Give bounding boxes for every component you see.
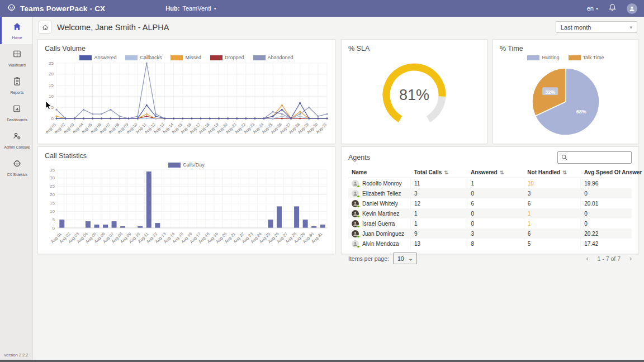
agent-name: Elizabeth Tellez — [362, 190, 401, 197]
call-statistics-legend: Calls/Day — [38, 162, 335, 168]
svg-text:15: 15 — [50, 201, 55, 206]
version-label: version 2.2.2 — [0, 353, 32, 358]
sort-icon: ⇅ — [500, 170, 504, 175]
agents-search-box[interactable] — [557, 151, 632, 164]
pagination-prev-button[interactable]: ‹ — [586, 255, 589, 263]
app-title: Teams PowerPack - CX — [20, 4, 105, 13]
agent-not-handled: 10 — [524, 178, 580, 189]
agent-total-calls: 3 — [411, 188, 467, 198]
app-brand: Teams PowerPack - CX — [7, 3, 105, 14]
agents-column-header: Name — [348, 167, 411, 178]
sidebar: Home Wallboard Reports Dashboards Admin … — [0, 17, 33, 362]
agent-avatar — [352, 240, 359, 247]
agent-avatar — [352, 210, 359, 217]
agent-not-handled: 1 — [524, 208, 580, 218]
agent-not-handled: 1 — [524, 218, 580, 228]
sla-card: % SLA 81% — [341, 39, 487, 144]
pagination-range: 1 - 7 of 7 — [598, 255, 621, 262]
home-icon — [12, 22, 22, 34]
legend-label: Dropped — [225, 55, 244, 60]
agent-answered: 0 — [467, 208, 524, 218]
hub-selector[interactable]: Hub: TeamVenti ▾ — [165, 5, 216, 12]
agents-column-header[interactable]: Answered⇅ — [467, 167, 524, 178]
table-row[interactable]: Kevin Martinez1010 — [348, 208, 632, 218]
agent-answered: 1 — [467, 178, 524, 189]
sla-gauge-chart: 81% — [364, 54, 465, 137]
presence-available-dot — [357, 205, 360, 208]
legend-swatch — [125, 55, 138, 60]
legend-item: Dropped — [210, 55, 244, 60]
table-row[interactable]: Daniel Whitely126620.01 — [348, 198, 632, 208]
column-label: Not Handled — [527, 169, 560, 175]
pagination-next-button[interactable]: › — [629, 255, 632, 263]
legend-swatch — [569, 55, 581, 60]
agent-not-handled: 3 — [524, 188, 580, 198]
notifications-bell-icon[interactable] — [608, 3, 617, 14]
presence-available-dot — [357, 235, 360, 239]
agent-avatar — [352, 180, 359, 187]
svg-text:20: 20 — [49, 72, 54, 77]
svg-text:5: 5 — [51, 105, 54, 110]
sort-icon: ⇅ — [562, 170, 567, 175]
agents-column-header[interactable]: Total Calls⇅ — [411, 167, 467, 178]
legend-item: Answered — [79, 55, 116, 60]
sidebar-item-label: Admin Console — [4, 145, 30, 149]
agents-card: Agents NameTotal Calls⇅Answered⇅Not Hand… — [341, 146, 639, 254]
home-breadcrumb-button[interactable] — [39, 21, 51, 34]
agent-avatar — [352, 200, 359, 207]
agent-name: Juan Dominguez — [362, 231, 404, 237]
main-content: Welcome, Jane Smith - ALPHA Last month ▾… — [34, 17, 644, 362]
legend-swatch — [79, 55, 92, 60]
sidebar-item-wallboard[interactable]: Wallboard — [0, 44, 32, 72]
legend-label: Callbacks — [140, 55, 162, 60]
agents-column-header[interactable]: Not Handled⇅ — [524, 167, 580, 178]
legend-item: Calls/Day — [168, 162, 205, 168]
sla-title: % SLA — [342, 40, 487, 54]
sidebar-item-admin-console[interactable]: Admin Console — [0, 126, 32, 154]
call-statistics-card: Call Statistics Calls/Day 05101520253035… — [37, 146, 335, 254]
sidebar-item-home[interactable]: Home — [0, 17, 32, 44]
sidebar-item-cx-sidekick[interactable]: CX Sidekick — [0, 154, 32, 181]
call-statistics-bar-chart: 05101520253035Aug-01Aug-02Aug-03Aug-04Au… — [41, 168, 332, 253]
time-title: % Time — [493, 40, 638, 54]
table-row[interactable]: Alvin Mendoza138517.42 — [348, 239, 632, 249]
table-row[interactable]: Rodolfo Monroy1111019.96 — [348, 178, 632, 189]
table-row[interactable]: Juan Dominguez93620.22 — [348, 228, 632, 239]
language-value: en — [587, 5, 594, 12]
language-selector[interactable]: en ▾ — [587, 5, 598, 12]
agent-avg-speed: 0 — [581, 218, 632, 228]
agent-total-calls: 12 — [411, 198, 467, 208]
calls-volume-title: Calls Volume — [38, 40, 335, 54]
chevron-down-icon: ⌄ — [409, 256, 413, 261]
legend-label: Answered — [94, 55, 116, 60]
table-row[interactable]: Israel Guerra1010 — [348, 218, 632, 228]
agents-column-header[interactable]: Avg Speed Of Answer⇅ — [581, 167, 632, 178]
period-filter-select[interactable]: Last month ▾ — [556, 21, 637, 33]
user-avatar[interactable] — [627, 3, 637, 14]
legend-item: Hunting — [527, 55, 559, 60]
legend-label: Abandoned — [268, 55, 293, 60]
legend-swatch — [527, 55, 539, 60]
agent-name: Israel Guerra — [362, 221, 395, 227]
presence-available-dot — [357, 215, 360, 218]
items-per-page-select[interactable]: 10 ⌄ — [393, 253, 417, 264]
sidebar-item-dashboards[interactable]: Dashboards — [0, 99, 32, 126]
agent-total-calls: 1 — [411, 208, 467, 218]
agent-total-calls: 13 — [411, 239, 467, 249]
agent-name: Daniel Whitely — [362, 201, 398, 207]
agent-name: Alvin Mendoza — [362, 241, 399, 247]
agents-search-input[interactable] — [570, 155, 628, 161]
legend-item: Talk Time — [569, 55, 604, 60]
sidebar-item-label: Reports — [11, 90, 24, 94]
svg-text:10: 10 — [49, 94, 54, 99]
agent-name: Rodolfo Monroy — [362, 180, 402, 187]
sidebar-item-label: CX Sidekick — [7, 173, 27, 177]
table-row[interactable]: Elizabeth Tellez3030 — [348, 188, 632, 198]
dashboards-chart-icon — [12, 104, 22, 116]
reports-clipboard-icon — [12, 77, 22, 88]
agent-avatar — [352, 220, 359, 227]
sidebar-item-reports[interactable]: Reports — [0, 72, 32, 99]
legend-label: Calls/Day — [183, 162, 205, 168]
legend-swatch — [253, 55, 266, 60]
agent-answered: 3 — [467, 228, 524, 239]
